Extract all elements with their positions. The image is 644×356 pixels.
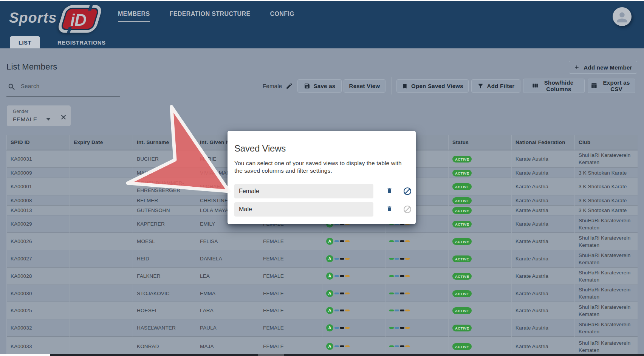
cell-status: ACTIVE (449, 178, 512, 195)
progress-segment-amber-icon (405, 327, 410, 329)
saved-view-name[interactable]: Female (234, 184, 373, 198)
app-logo[interactable]: Sports iD (9, 3, 100, 32)
level-segment-amber-icon (345, 258, 350, 260)
saved-view-row: Male (234, 202, 409, 217)
sub-tabs: LIST REGISTRATIONS (0, 36, 113, 48)
cell-level-a: A (322, 285, 385, 302)
cell-expiry-date (70, 195, 133, 206)
cell-gender: FEMALE (259, 233, 322, 250)
status-badge: ACTIVE (452, 290, 472, 297)
cell-club: ShuHaRi Karateverein Kematen (575, 250, 638, 268)
filter-icon (477, 83, 484, 89)
column-header-spid-id[interactable]: SPID ID (7, 135, 70, 150)
horizontal-scrollbar[interactable] (0, 354, 644, 356)
progress-segment-green-icon (389, 240, 394, 242)
member-row[interactable]: KA00027HEIDDANIELAFEMALEAACTIVEKarate Au… (7, 250, 638, 268)
progress-segment-black-icon (400, 258, 404, 260)
progress-segment-blue-icon (395, 327, 399, 329)
search-input[interactable] (21, 83, 119, 89)
cell-national-federation: Karate Austria (512, 178, 575, 195)
plus-icon (574, 64, 580, 70)
export-csv-button[interactable]: Export as CSV (588, 79, 635, 93)
membership-progress-indicator (389, 293, 444, 294)
status-badge: ACTIVE (452, 197, 472, 204)
saved-view-row: Female (234, 184, 409, 198)
level-segment-blue-icon (334, 275, 339, 277)
cell-club: ShuHaRi Karateverein Kematen (575, 150, 638, 168)
gender-filter-chip[interactable]: Gender FEMALE (7, 105, 71, 126)
delete-view-icon[interactable] (386, 187, 393, 195)
level-segment-amber-icon (345, 310, 350, 311)
filter-chip-value: FEMALE (13, 116, 37, 122)
tab-list-label: LIST (19, 39, 31, 46)
open-saved-views-button[interactable]: Open Saved Views (396, 79, 469, 93)
reset-view-button[interactable]: Reset View (344, 79, 385, 93)
cell-int-surname: KONRAD (133, 337, 196, 356)
scrollbar-thumb-secondary[interactable] (258, 354, 284, 356)
disable-view-icon-disabled[interactable] (403, 205, 412, 214)
cell-club: ShuHaRi Karateverein Kematen (575, 233, 638, 250)
progress-segment-blue-icon (395, 345, 399, 347)
column-header-club[interactable]: Club (575, 135, 638, 150)
edit-icon[interactable] (286, 82, 293, 90)
tab-registrations[interactable]: REGISTRATIONS (50, 36, 113, 48)
nav-federation-structure[interactable]: FEDERATION STRUCTURE (170, 8, 251, 17)
member-row[interactable]: KA00026MOESLFELISAFEMALEAACTIVEKarate Au… (7, 233, 638, 250)
progress-segment-amber-icon (405, 310, 410, 311)
svg-text:iD: iD (70, 11, 86, 29)
member-row[interactable]: KA00025HOESELLARAFEMALEAACTIVEKarate Aus… (7, 302, 638, 319)
filter-chip-label: Gender (13, 109, 28, 114)
nav-members[interactable]: MEMBERS (118, 8, 150, 17)
cell-expiry-date (70, 168, 133, 178)
user-avatar[interactable] (613, 7, 632, 26)
member-row[interactable]: KA00030STOJAKOVICEMMAFEMALEAACTIVEKarate… (7, 285, 638, 302)
add-filter-button[interactable]: Add Filter (471, 79, 520, 93)
member-row[interactable]: KA00028FALKNERLEAFEMALEAACTIVEKarate Aus… (7, 268, 638, 285)
column-header-int-surname[interactable]: Int. Surname (133, 135, 196, 150)
level-a-badge-icon: A (326, 272, 333, 280)
column-header-status[interactable]: Status (449, 135, 512, 150)
delete-view-icon[interactable] (386, 205, 393, 213)
cell-status: ACTIVE (449, 285, 512, 302)
scrollbar-thumb[interactable] (0, 354, 50, 356)
cell-status: ACTIVE (449, 319, 512, 337)
membership-progress-indicator (389, 258, 444, 260)
nav-config[interactable]: CONFIG (270, 8, 295, 17)
current-view-indicator: Female (263, 82, 293, 90)
cell-expiry-date (70, 233, 133, 250)
tab-list[interactable]: LIST (10, 36, 40, 48)
cell-gender: FEMALE (259, 285, 322, 302)
save-as-button[interactable]: Save as (297, 79, 342, 93)
cell-progress (385, 233, 449, 250)
cell-int-surname: MOESL (133, 233, 196, 250)
disable-view-icon[interactable] (403, 187, 412, 195)
cell-expiry-date (70, 178, 133, 195)
level-segment-amber-icon (345, 275, 350, 277)
member-row[interactable]: KA00032HASELWANTERPAULAFEMALEAACTIVEKara… (7, 319, 638, 337)
level-segment-blue-icon (334, 327, 339, 329)
remove-filter-icon[interactable] (60, 113, 67, 121)
cell-club: ShuHaRi Karateverein Kematen (575, 302, 638, 319)
level-segment-amber-icon (345, 345, 350, 347)
cell-int-surname: GRUENDHAMMER-EHRENSBERGER (133, 178, 196, 195)
cell-status: ACTIVE (449, 215, 512, 233)
cell-int-given-name: MAJA (196, 337, 259, 356)
status-badge: ACTIVE (452, 325, 472, 331)
cell-national-federation: Karate Austria (512, 250, 575, 268)
cell-national-federation: Karate Austria (512, 268, 575, 285)
add-new-member-button[interactable]: Add new Member (569, 61, 637, 74)
chevron-down-icon[interactable] (46, 118, 51, 121)
saved-view-name[interactable]: Male (234, 202, 373, 217)
status-badge: ACTIVE (452, 255, 472, 262)
column-header-national-federation[interactable]: National Federation (512, 135, 575, 150)
show-hide-columns-button[interactable]: Show/hide Columns (523, 79, 585, 93)
status-badge: ACTIVE (452, 221, 472, 228)
cell-status: ACTIVE (449, 150, 512, 168)
cell-expiry-date (70, 206, 133, 215)
search-box (6, 82, 120, 97)
cell-expiry-date (70, 302, 133, 319)
member-row[interactable]: KA00033KONRADMAJAFEMALEAACTIVEKarate Aus… (7, 337, 638, 356)
level-segment-black-icon (340, 258, 344, 260)
cell-status: ACTIVE (449, 206, 512, 215)
column-header-expiry-date[interactable]: Expiry Date (70, 135, 133, 150)
